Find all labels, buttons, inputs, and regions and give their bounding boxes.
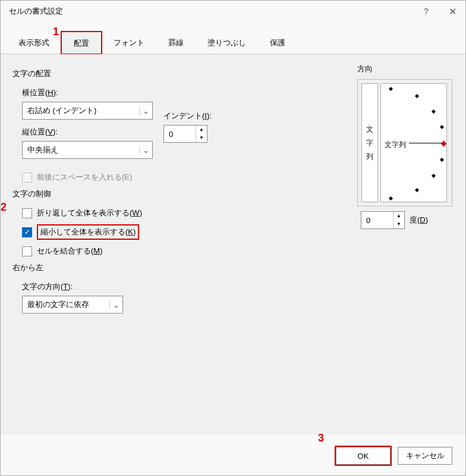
- space-label: 前後にスペースを入れる(E): [37, 172, 132, 183]
- shrink-label: 縮小して全体を表示する(K): [37, 224, 139, 240]
- ok-button[interactable]: OK: [336, 447, 391, 465]
- indent-label: インデント(I):: [163, 111, 212, 121]
- direction-value: 最初の文字に依存: [23, 299, 109, 310]
- spin-up-icon[interactable]: ▲: [196, 126, 207, 134]
- horizontal-label: 横位置(H):: [22, 87, 153, 98]
- marker-2: 2: [1, 201, 7, 214]
- vertical-combo[interactable]: 中央揃え ⌄: [22, 141, 153, 159]
- tab-protection[interactable]: 保護: [258, 32, 297, 54]
- chevron-down-icon[interactable]: ⌄: [139, 146, 152, 155]
- direction-label: 文字の方向(T):: [22, 281, 454, 292]
- shrink-checkbox[interactable]: ✓: [22, 227, 32, 237]
- degree-label: 度(D): [410, 215, 428, 226]
- orientation-dial[interactable]: 文字列: [380, 83, 447, 202]
- merge-checkbox[interactable]: [22, 246, 32, 256]
- marker-3: 3: [318, 432, 324, 444]
- spin-down-icon[interactable]: ▼: [393, 220, 404, 228]
- wrap-checkbox[interactable]: [22, 208, 32, 218]
- vertical-label: 縦位置(V):: [22, 127, 153, 137]
- cancel-button[interactable]: キャンセル: [398, 447, 452, 465]
- chevron-down-icon[interactable]: ⌄: [109, 300, 122, 309]
- direction-combo[interactable]: 最初の文字に依存 ⌄: [22, 296, 123, 314]
- dialog-title: セルの書式設定: [9, 6, 413, 17]
- space-checkbox: [22, 173, 32, 183]
- help-button[interactable]: ?: [413, 7, 439, 16]
- wrap-label: 折り返して全体を表示する(W): [37, 208, 142, 218]
- titlebar: セルの書式設定 ? ✕: [1, 1, 465, 22]
- indent-spinner[interactable]: 0 ▲▼: [163, 125, 207, 143]
- horizontal-combo[interactable]: 右詰め (インデント) ⌄: [22, 102, 153, 120]
- horizontal-value: 右詰め (インデント): [23, 105, 139, 116]
- vertical-text-button[interactable]: 文 字 列: [361, 83, 378, 202]
- tab-bar: 表示形式 配置 フォント 罫線 塗りつぶし 保護: [1, 32, 465, 54]
- tab-font[interactable]: フォント: [102, 32, 156, 54]
- rtl-group-label: 右から左: [12, 262, 454, 273]
- spin-up-icon[interactable]: ▲: [393, 212, 404, 220]
- orientation-label: 方向: [357, 64, 452, 74]
- close-button[interactable]: ✕: [439, 6, 465, 17]
- dial-text: 文字列: [385, 140, 406, 150]
- vertical-value: 中央揃え: [23, 145, 139, 155]
- marker-1: 1: [53, 26, 59, 38]
- indent-value: 0: [164, 130, 196, 139]
- tab-alignment[interactable]: 配置: [61, 32, 102, 54]
- tab-border[interactable]: 罫線: [156, 32, 196, 54]
- merge-label: セルを結合する(M): [37, 246, 103, 256]
- spin-down-icon[interactable]: ▼: [196, 134, 207, 142]
- degree-spinner[interactable]: 0 ▲▼: [361, 211, 405, 229]
- tab-fill[interactable]: 塗りつぶし: [196, 32, 258, 54]
- chevron-down-icon[interactable]: ⌄: [139, 107, 152, 115]
- degree-value: 0: [361, 216, 393, 225]
